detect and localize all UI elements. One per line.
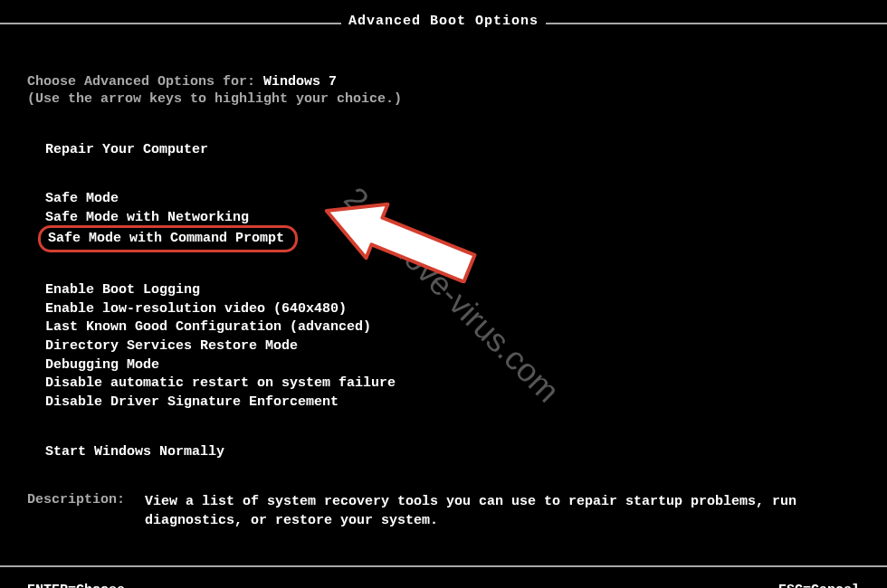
footer-esc-hint: ESC=Cancel [778, 583, 860, 588]
os-name: Windows 7 [263, 74, 337, 90]
option-directory-services-restore[interactable]: Directory Services Restore Mode [45, 337, 860, 356]
option-repair-your-computer[interactable]: Repair Your Computer [45, 141, 860, 159]
description-row: Description: View a list of system recov… [27, 492, 860, 530]
option-low-resolution-video[interactable]: Enable low-resolution video (640x480) [45, 300, 860, 319]
description-label: Description: [27, 492, 145, 530]
footer-enter-hint: ENTER=Choose [27, 583, 125, 588]
option-debugging-mode[interactable]: Debugging Mode [45, 356, 860, 375]
option-group-repair: Repair Your Computer [45, 141, 860, 159]
option-group-normal: Start Windows Normally [45, 443, 860, 461]
option-group-safemode: Safe Mode Safe Mode with Networking Safe… [45, 190, 860, 251]
option-start-windows-normally[interactable]: Start Windows Normally [45, 443, 860, 461]
option-disable-auto-restart[interactable]: Disable automatic restart on system fail… [45, 375, 860, 394]
option-safe-mode-command-prompt[interactable]: Safe Mode with Command Prompt [38, 225, 298, 252]
description-text: View a list of system recovery tools you… [145, 492, 860, 530]
option-safe-mode-networking[interactable]: Safe Mode with Networking [45, 209, 860, 227]
page-title: Advanced Boot Options [341, 14, 546, 29]
option-group-advanced: Enable Boot Logging Enable low-resolutio… [45, 281, 860, 413]
option-enable-boot-logging[interactable]: Enable Boot Logging [45, 281, 860, 300]
prompt-line: Choose Advanced Options for: Windows 7 [27, 74, 860, 90]
option-last-known-good-config[interactable]: Last Known Good Configuration (advanced) [45, 318, 860, 337]
option-safe-mode[interactable]: Safe Mode [45, 190, 860, 208]
prompt-prefix: Choose Advanced Options for: [27, 74, 263, 90]
option-disable-driver-signature[interactable]: Disable Driver Signature Enforcement [45, 394, 860, 413]
instruction-text: (Use the arrow keys to highlight your ch… [27, 91, 860, 107]
footer-bar: ENTER=Choose ESC=Cancel [0, 583, 887, 588]
